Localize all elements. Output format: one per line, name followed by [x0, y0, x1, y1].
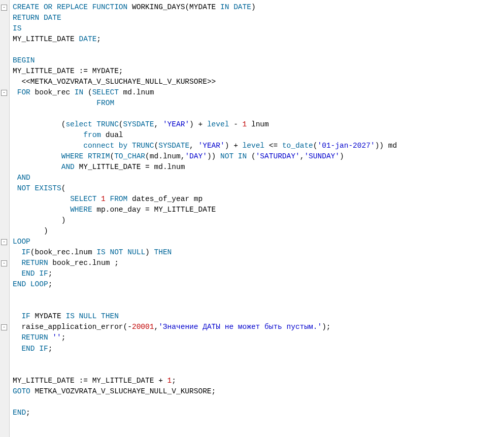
token-punc: ;: [26, 409, 30, 417]
code-area: CREATE OR REPLACE FUNCTION WORKING_DAYS(…: [10, 0, 504, 437]
code-line: [13, 290, 501, 300]
token-kw: END: [13, 409, 26, 417]
code-line: from dual: [13, 130, 501, 141]
token-punc: .: [132, 88, 137, 96]
token-punc: <<: [21, 78, 30, 86]
token-op: [127, 3, 132, 11]
token-op: [13, 345, 21, 353]
token-kw: AND: [61, 163, 75, 171]
token-op: [13, 227, 44, 235]
token-op: [13, 259, 21, 267]
code-line: RETURN DATE: [13, 13, 501, 23]
token-op: [75, 67, 79, 75]
token-kw: TRUNC: [96, 120, 119, 128]
token-kw: DATE: [233, 3, 251, 11]
token-op: [238, 142, 243, 150]
token-punc: ): [251, 3, 256, 11]
token-op: [70, 88, 75, 96]
token-kw: select: [65, 120, 92, 128]
token-punc: +: [233, 142, 238, 150]
token-op: [141, 163, 145, 171]
token-op: [189, 195, 194, 203]
code-editor: ----- CREATE OR REPLACE FUNCTION WORKING…: [0, 0, 504, 437]
token-kw: TO_CHAR: [114, 152, 145, 160]
token-kw: to_date: [282, 142, 313, 150]
code-line: ): [13, 215, 501, 226]
fold-toggle-icon[interactable]: -: [1, 239, 7, 245]
code-line: RETURN book_rec.lnum ;: [13, 258, 501, 268]
token-op: [13, 163, 61, 171]
code-line: END LOOP;: [13, 279, 501, 290]
token-op: [88, 67, 92, 75]
token-ident: raise_application_error: [21, 323, 123, 331]
token-punc: ;: [96, 35, 101, 43]
token-op: [26, 280, 30, 288]
token-punc: .: [88, 259, 92, 267]
token-kw: SELECT: [70, 195, 96, 203]
token-str: 'DAY': [185, 152, 207, 160]
token-kw: THEN: [154, 248, 172, 256]
token-op: [123, 248, 128, 256]
token-punc: (: [30, 248, 35, 256]
fold-toggle-icon[interactable]: -: [1, 324, 7, 330]
token-punc: +: [198, 120, 203, 128]
token-ident: MYDATE: [35, 312, 61, 320]
token-op: [13, 152, 61, 160]
token-ident: MY_LITTLE_DATE: [92, 377, 154, 385]
code-line: [13, 354, 501, 365]
fold-toggle-icon[interactable]: -: [1, 90, 7, 96]
token-ident: lnum: [137, 88, 154, 96]
fold-toggle-icon[interactable]: -: [1, 260, 7, 266]
token-punc: )): [375, 142, 384, 150]
token-kw: connect: [83, 142, 114, 150]
code-line: ): [13, 226, 501, 237]
token-op: [13, 131, 83, 139]
code-line: END;: [13, 408, 501, 418]
token-kw: DATE: [44, 14, 61, 22]
code-line: WHERE mp.one_day = MY_LITTLE_DATE: [13, 205, 501, 215]
code-line: MY_LITTLE_DATE := MY_LITTLE_DATE + 1;: [13, 376, 501, 386]
token-ident: mp: [194, 195, 203, 203]
token-kw: IN: [75, 88, 83, 96]
token-num: 1: [243, 120, 247, 128]
token-punc: .: [70, 248, 75, 256]
token-kw: LOOP: [13, 238, 30, 246]
token-punc: ;: [212, 387, 216, 395]
token-punc: ): [44, 227, 48, 235]
code-line: AND MY_LITTLE_DATE = md.lnum: [13, 162, 501, 173]
token-kw: FROM: [110, 195, 127, 203]
token-kw: IF: [21, 312, 30, 320]
code-line: [13, 397, 501, 408]
code-line: BEGIN: [13, 55, 501, 66]
token-op: [13, 206, 70, 214]
token-punc: ;: [172, 377, 176, 385]
token-op: [30, 312, 35, 320]
fold-toggle-icon[interactable]: -: [1, 5, 7, 11]
code-line: MY_LITTLE_DATE DATE;: [13, 34, 501, 45]
token-punc: +: [158, 377, 163, 385]
token-ident: MY_LITTLE_DATE: [79, 163, 141, 171]
token-op: [13, 312, 21, 320]
token-punc: -: [127, 323, 132, 331]
token-punc: (: [123, 323, 128, 331]
token-punc: ,: [154, 323, 158, 331]
token-str: 'YEAR': [163, 120, 189, 128]
token-punc: ;: [61, 333, 66, 342]
token-kw: from: [83, 131, 101, 139]
token-punc: ;: [48, 345, 53, 353]
token-punc: .: [163, 163, 167, 171]
token-punc: (: [88, 88, 92, 96]
token-num: 1: [167, 377, 172, 385]
token-ident: lnum: [75, 248, 92, 256]
token-kw: NULL: [127, 248, 145, 256]
token-op: [384, 142, 388, 150]
token-ident: MYDATE: [92, 67, 119, 75]
token-kw: IN: [238, 152, 247, 160]
code-line: AND: [13, 173, 501, 183]
code-line: raise_application_error(-20001,'Значение…: [13, 322, 501, 332]
token-ident: lnum: [163, 152, 181, 160]
token-ident: md: [154, 163, 162, 171]
token-ident: one_day: [110, 206, 141, 214]
token-kw: IS: [96, 248, 105, 256]
token-op: [101, 131, 106, 139]
